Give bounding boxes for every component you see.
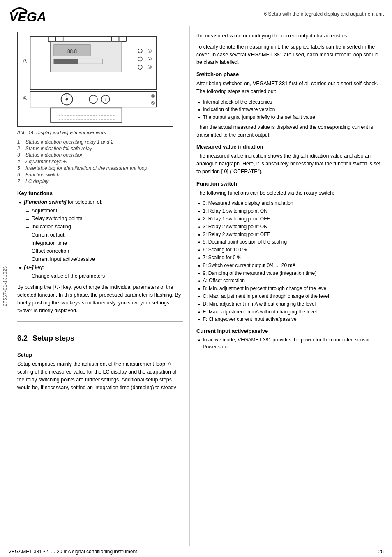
svg-point-13 [138,65,142,69]
logo-area: VEGA [8,4,53,23]
list-item: 4Adjustment keys +/- [17,159,183,165]
page-content: 27567-01-131025 88.8 [0,26,392,546]
left-column: 88.8 ① ② ③ ⑦ [9,26,190,546]
measured-value-heading: Measured value indication [196,144,384,150]
diagram-caption: Abb. 14: Display and adjustment elements [17,130,183,135]
page-header: VEGA 6 Setup with the integrated display… [0,0,392,26]
sub-item: Current input active/passive [19,256,183,264]
fs-item: B: Min. adjustment in percent through ch… [198,285,384,292]
svg-text:-: - [92,97,93,102]
fs-item: 2: Relay 1 switching point OFF [198,216,384,223]
key-functions-heading: Key functions [17,190,183,196]
svg-point-11 [138,49,142,53]
svg-text:③: ③ [148,64,152,70]
svg-text:②: ② [148,56,152,62]
footer-page: 25 [378,549,384,555]
step-item: The output signal jumps briefly to the s… [198,114,384,121]
current-input-heading: Current input active/passive [196,328,384,334]
list-item: 3Status indication operation [17,152,183,158]
intro-text: the measured value or modifying the curr… [196,32,384,40]
current-input-item: In active mode, VEGAMET 381 provides the… [198,337,384,350]
function-switch-intro: The following functions can be selected … [196,189,384,197]
switch-on-text: After being switched on, VEGAMET 381 fir… [196,80,384,95]
sub-item: Adjustment [19,207,183,215]
svg-point-22 [89,95,97,104]
footer-product: VEGAMET 381 • 4 … 20 mA signal condition… [8,549,137,555]
svg-text:①: ① [148,48,152,54]
svg-rect-5 [119,37,126,42]
fs-item: D: Min. adjustment in mA without changin… [198,301,384,308]
fs-item: 5: Decimal point position of the scaling [198,239,384,246]
svg-text:+: + [104,97,106,102]
function-switch-list: 0: Measured value display and simulation… [196,200,384,323]
svg-rect-10 [54,59,78,64]
setup-steps-title-row: 6.2 Setup steps [17,327,183,347]
fs-item: 8: Switch over current output 0/4 … 20 m… [198,262,384,269]
current-input-list: In active mode, VEGAMET 381 provides the… [196,337,384,350]
sub-item: Integration time [19,240,183,248]
fs-item: 9: Damping of the measured value (integr… [198,270,384,277]
setup-heading: Setup [17,352,183,358]
numbered-items-list: 1Status indication operating relay 1 and… [17,139,183,184]
svg-text:88.8: 88.8 [67,49,77,54]
label-text: To clearly denote the measuring unit, th… [196,43,384,66]
svg-rect-2 [48,37,56,42]
key-functions-list: [Function switch] for selection of: Adju… [17,199,183,280]
svg-point-20 [66,98,68,101]
step-item: Indication of the firmware version [198,106,384,113]
vega-logo: VEGA [8,4,53,22]
fs-item: 1: Relay 1 switching point ON [198,208,384,215]
setup-steps-section: 6.2 Setup steps Setup Setup comprises ma… [17,321,183,391]
subsection-title: Setup steps [32,334,74,343]
fs-item: 3: Relay 2 switching point ON [198,223,384,230]
svg-text:VEGA: VEGA [9,9,46,22]
svg-text:⑤: ⑤ [151,100,155,106]
svg-rect-18 [30,92,156,107]
fs-item: 2: Relay 2 switching point OFF [198,231,384,238]
sub-item: Current output [19,232,183,239]
svg-text:⑥: ⑥ [23,95,28,101]
switch-on-then: Then the actual measured value is displa… [196,123,384,139]
function-switch-item: [Function switch] for selection of: [19,199,183,206]
sidebar-label: 27567-01-131025 [0,26,9,546]
key-functions-body: By pushing the [+/-] key, you change the… [17,283,183,314]
list-item: 2Status indication fail safe relay [17,146,183,151]
fs-item: E: Max. adjustment in mA without changin… [198,309,384,316]
svg-text:④: ④ [151,93,155,99]
subsection-number: 6.2 [17,334,28,343]
list-item: 5Insertable tag for identification of th… [17,165,183,171]
switch-on-steps: Internal check of the electronics Indica… [196,99,384,121]
sub-item: Relay switching points [19,215,183,223]
fs-item: 7: Scaling for 0 % [198,254,384,261]
device-diagram: 88.8 ① ② ③ ⑦ [17,32,173,127]
svg-point-12 [138,57,142,61]
fs-item: 6: Scaling for 100 % [198,246,384,253]
measured-value-text: The measured value indication shows the … [196,152,384,175]
fs-item: 0: Measured value display and simulation [198,200,384,207]
fs-item: A: Offset correction [198,277,384,284]
key-item: [+/-] key: [19,264,183,272]
svg-rect-3 [56,37,63,42]
setup-body: Setup comprises mainly the adjustment of… [17,360,183,391]
list-item: 7LC display [17,179,183,184]
switch-on-heading: Switch-on phase [196,71,384,77]
sub-item: Change value of the parameters [19,273,183,281]
step-item: Internal check of the electronics [198,99,384,106]
function-switch-heading: Function switch [196,181,384,187]
fs-item: C: Max. adjustment in percent through ch… [198,293,384,300]
fs-item: F: Changeover current input active/passi… [198,316,384,323]
section-title: 6 Setup with the integrated display and … [264,11,384,17]
page-wrapper: VEGA 6 Setup with the integrated display… [0,0,392,557]
sub-item: Offset correction [19,248,183,255]
sub-item: Indication scaling [19,223,183,231]
svg-text:⑦: ⑦ [23,58,28,64]
list-item: 1Status indication operating relay 1 and… [17,139,183,145]
list-item: 6Function switch [17,172,183,178]
page-footer: VEGAMET 381 • 4 … 20 mA signal condition… [0,546,392,557]
svg-rect-4 [112,37,119,42]
right-column: the measured value or modifying the curr… [190,26,392,546]
